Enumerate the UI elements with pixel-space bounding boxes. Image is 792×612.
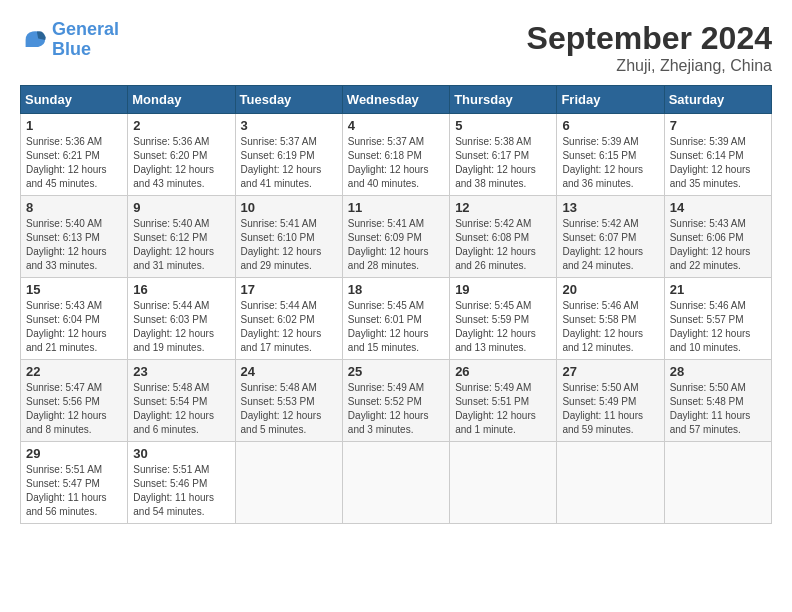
day-number: 15 <box>26 282 122 297</box>
calendar-cell: 24Sunrise: 5:48 AM Sunset: 5:53 PM Dayli… <box>235 360 342 442</box>
logo-icon <box>20 26 48 54</box>
calendar-cell: 6Sunrise: 5:39 AM Sunset: 6:15 PM Daylig… <box>557 114 664 196</box>
calendar-cell <box>557 442 664 524</box>
day-number: 16 <box>133 282 229 297</box>
calendar-cell: 4Sunrise: 5:37 AM Sunset: 6:18 PM Daylig… <box>342 114 449 196</box>
day-info: Sunrise: 5:41 AM Sunset: 6:09 PM Dayligh… <box>348 217 444 273</box>
calendar-cell <box>450 442 557 524</box>
weekday-header-friday: Friday <box>557 86 664 114</box>
calendar-cell: 8Sunrise: 5:40 AM Sunset: 6:13 PM Daylig… <box>21 196 128 278</box>
calendar-cell: 9Sunrise: 5:40 AM Sunset: 6:12 PM Daylig… <box>128 196 235 278</box>
day-info: Sunrise: 5:36 AM Sunset: 6:21 PM Dayligh… <box>26 135 122 191</box>
calendar-cell: 19Sunrise: 5:45 AM Sunset: 5:59 PM Dayli… <box>450 278 557 360</box>
calendar-cell: 1Sunrise: 5:36 AM Sunset: 6:21 PM Daylig… <box>21 114 128 196</box>
day-info: Sunrise: 5:50 AM Sunset: 5:49 PM Dayligh… <box>562 381 658 437</box>
month-title: September 2024 <box>527 20 772 57</box>
day-number: 1 <box>26 118 122 133</box>
calendar-cell: 10Sunrise: 5:41 AM Sunset: 6:10 PM Dayli… <box>235 196 342 278</box>
day-number: 6 <box>562 118 658 133</box>
calendar-cell: 7Sunrise: 5:39 AM Sunset: 6:14 PM Daylig… <box>664 114 771 196</box>
day-number: 3 <box>241 118 337 133</box>
day-number: 17 <box>241 282 337 297</box>
day-number: 8 <box>26 200 122 215</box>
weekday-header-saturday: Saturday <box>664 86 771 114</box>
day-number: 7 <box>670 118 766 133</box>
calendar-cell: 27Sunrise: 5:50 AM Sunset: 5:49 PM Dayli… <box>557 360 664 442</box>
calendar-week-4: 22Sunrise: 5:47 AM Sunset: 5:56 PM Dayli… <box>21 360 772 442</box>
calendar-table: SundayMondayTuesdayWednesdayThursdayFrid… <box>20 85 772 524</box>
day-info: Sunrise: 5:43 AM Sunset: 6:04 PM Dayligh… <box>26 299 122 355</box>
day-number: 11 <box>348 200 444 215</box>
logo: General Blue <box>20 20 119 60</box>
weekday-header-monday: Monday <box>128 86 235 114</box>
location: Zhuji, Zhejiang, China <box>527 57 772 75</box>
calendar-week-3: 15Sunrise: 5:43 AM Sunset: 6:04 PM Dayli… <box>21 278 772 360</box>
calendar-cell: 13Sunrise: 5:42 AM Sunset: 6:07 PM Dayli… <box>557 196 664 278</box>
day-number: 30 <box>133 446 229 461</box>
day-info: Sunrise: 5:38 AM Sunset: 6:17 PM Dayligh… <box>455 135 551 191</box>
day-info: Sunrise: 5:48 AM Sunset: 5:54 PM Dayligh… <box>133 381 229 437</box>
weekday-header-tuesday: Tuesday <box>235 86 342 114</box>
calendar-cell: 14Sunrise: 5:43 AM Sunset: 6:06 PM Dayli… <box>664 196 771 278</box>
day-info: Sunrise: 5:42 AM Sunset: 6:07 PM Dayligh… <box>562 217 658 273</box>
day-info: Sunrise: 5:40 AM Sunset: 6:13 PM Dayligh… <box>26 217 122 273</box>
day-info: Sunrise: 5:49 AM Sunset: 5:52 PM Dayligh… <box>348 381 444 437</box>
calendar-cell: 18Sunrise: 5:45 AM Sunset: 6:01 PM Dayli… <box>342 278 449 360</box>
day-info: Sunrise: 5:39 AM Sunset: 6:14 PM Dayligh… <box>670 135 766 191</box>
day-number: 12 <box>455 200 551 215</box>
calendar-cell <box>664 442 771 524</box>
calendar-week-1: 1Sunrise: 5:36 AM Sunset: 6:21 PM Daylig… <box>21 114 772 196</box>
day-number: 23 <box>133 364 229 379</box>
day-number: 9 <box>133 200 229 215</box>
day-info: Sunrise: 5:47 AM Sunset: 5:56 PM Dayligh… <box>26 381 122 437</box>
calendar-week-5: 29Sunrise: 5:51 AM Sunset: 5:47 PM Dayli… <box>21 442 772 524</box>
title-block: September 2024 Zhuji, Zhejiang, China <box>527 20 772 75</box>
calendar-cell: 21Sunrise: 5:46 AM Sunset: 5:57 PM Dayli… <box>664 278 771 360</box>
day-info: Sunrise: 5:46 AM Sunset: 5:57 PM Dayligh… <box>670 299 766 355</box>
page-header: General Blue September 2024 Zhuji, Zheji… <box>20 20 772 75</box>
calendar-cell: 22Sunrise: 5:47 AM Sunset: 5:56 PM Dayli… <box>21 360 128 442</box>
calendar-cell: 23Sunrise: 5:48 AM Sunset: 5:54 PM Dayli… <box>128 360 235 442</box>
calendar-cell: 17Sunrise: 5:44 AM Sunset: 6:02 PM Dayli… <box>235 278 342 360</box>
calendar-cell: 29Sunrise: 5:51 AM Sunset: 5:47 PM Dayli… <box>21 442 128 524</box>
day-number: 4 <box>348 118 444 133</box>
calendar-cell: 26Sunrise: 5:49 AM Sunset: 5:51 PM Dayli… <box>450 360 557 442</box>
day-info: Sunrise: 5:51 AM Sunset: 5:47 PM Dayligh… <box>26 463 122 519</box>
day-info: Sunrise: 5:44 AM Sunset: 6:03 PM Dayligh… <box>133 299 229 355</box>
day-number: 20 <box>562 282 658 297</box>
day-number: 18 <box>348 282 444 297</box>
day-info: Sunrise: 5:51 AM Sunset: 5:46 PM Dayligh… <box>133 463 229 519</box>
day-number: 5 <box>455 118 551 133</box>
day-number: 29 <box>26 446 122 461</box>
day-number: 26 <box>455 364 551 379</box>
calendar-cell: 5Sunrise: 5:38 AM Sunset: 6:17 PM Daylig… <box>450 114 557 196</box>
calendar-cell: 12Sunrise: 5:42 AM Sunset: 6:08 PM Dayli… <box>450 196 557 278</box>
day-number: 13 <box>562 200 658 215</box>
calendar-cell: 2Sunrise: 5:36 AM Sunset: 6:20 PM Daylig… <box>128 114 235 196</box>
logo-line2: Blue <box>52 40 119 60</box>
day-info: Sunrise: 5:43 AM Sunset: 6:06 PM Dayligh… <box>670 217 766 273</box>
day-info: Sunrise: 5:49 AM Sunset: 5:51 PM Dayligh… <box>455 381 551 437</box>
day-info: Sunrise: 5:37 AM Sunset: 6:18 PM Dayligh… <box>348 135 444 191</box>
day-info: Sunrise: 5:41 AM Sunset: 6:10 PM Dayligh… <box>241 217 337 273</box>
day-number: 28 <box>670 364 766 379</box>
day-number: 19 <box>455 282 551 297</box>
calendar-cell: 25Sunrise: 5:49 AM Sunset: 5:52 PM Dayli… <box>342 360 449 442</box>
day-number: 25 <box>348 364 444 379</box>
day-number: 2 <box>133 118 229 133</box>
logo-line1: General <box>52 20 119 40</box>
calendar-cell: 28Sunrise: 5:50 AM Sunset: 5:48 PM Dayli… <box>664 360 771 442</box>
calendar-header-row: SundayMondayTuesdayWednesdayThursdayFrid… <box>21 86 772 114</box>
day-info: Sunrise: 5:36 AM Sunset: 6:20 PM Dayligh… <box>133 135 229 191</box>
weekday-header-thursday: Thursday <box>450 86 557 114</box>
day-number: 27 <box>562 364 658 379</box>
day-info: Sunrise: 5:42 AM Sunset: 6:08 PM Dayligh… <box>455 217 551 273</box>
calendar-cell: 16Sunrise: 5:44 AM Sunset: 6:03 PM Dayli… <box>128 278 235 360</box>
calendar-cell <box>235 442 342 524</box>
day-info: Sunrise: 5:46 AM Sunset: 5:58 PM Dayligh… <box>562 299 658 355</box>
day-number: 24 <box>241 364 337 379</box>
weekday-header-sunday: Sunday <box>21 86 128 114</box>
calendar-cell <box>342 442 449 524</box>
day-info: Sunrise: 5:50 AM Sunset: 5:48 PM Dayligh… <box>670 381 766 437</box>
calendar-cell: 3Sunrise: 5:37 AM Sunset: 6:19 PM Daylig… <box>235 114 342 196</box>
